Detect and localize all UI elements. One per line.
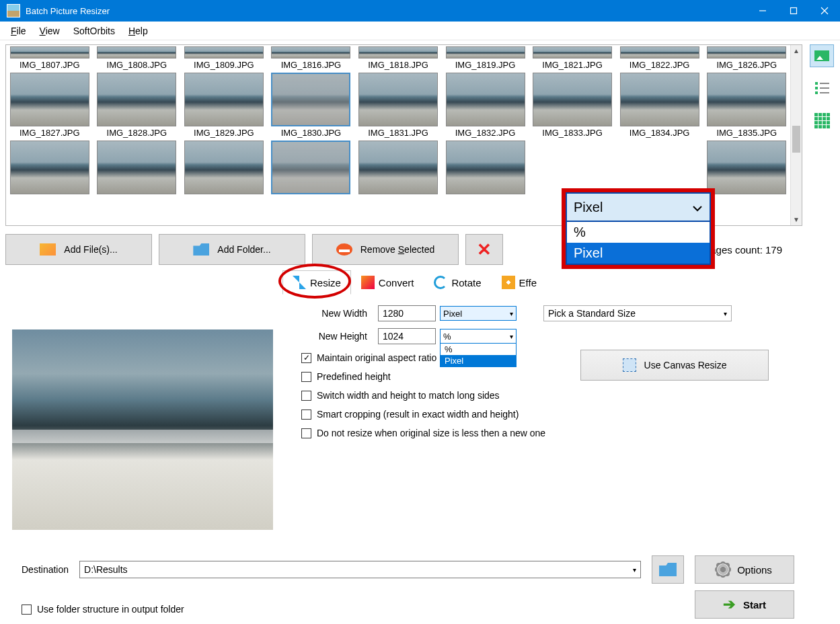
thumbnail-image[interactable] (707, 46, 786, 58)
new-width-label: New Width (287, 308, 367, 319)
view-thumbnails-button[interactable] (810, 44, 834, 67)
standard-size-label: Pick a Standard Size (548, 308, 636, 319)
thumbnail-scrollbar[interactable]: ▲ ▼ (790, 45, 802, 225)
folder-icon (193, 243, 209, 256)
scroll-down-icon[interactable]: ▼ (791, 214, 802, 225)
thumbnail-image[interactable] (707, 141, 786, 194)
width-unit-combo[interactable]: Pixel ▾ (440, 306, 517, 321)
thumbnail-image[interactable] (10, 73, 89, 126)
predefined-height-label: Predefined height (317, 371, 391, 382)
thumbnail-image[interactable] (271, 141, 350, 194)
menu-view[interactable]: View (33, 23, 67, 39)
scroll-up-icon[interactable]: ▲ (791, 45, 802, 56)
view-list-button[interactable] (810, 77, 834, 100)
thumbnail-image[interactable] (620, 73, 699, 126)
menu-softorbits[interactable]: SoftOrbits (67, 23, 122, 39)
use-canvas-resize-button[interactable]: Use Canvas Resize (580, 350, 769, 381)
thumbnail-image[interactable] (446, 141, 525, 194)
start-button[interactable]: ➔ Start (695, 590, 794, 619)
standard-size-combo[interactable]: Pick a Standard Size ▾ (543, 305, 732, 321)
zoom-option-percent[interactable]: % (567, 222, 710, 243)
checkbox-checked-icon: ✓ (301, 353, 311, 363)
checkbox-icon (301, 410, 311, 420)
tab-rotate-label: Rotate (451, 277, 481, 288)
add-files-button[interactable]: Add File(s)... (5, 234, 152, 265)
thumbnail-image[interactable] (10, 46, 89, 58)
thumbnail-image[interactable] (184, 46, 264, 58)
add-folder-label: Add Folder... (217, 244, 270, 255)
tab-rotate[interactable]: Rotate (424, 270, 491, 295)
checkbox-icon (22, 604, 32, 615)
chevron-down-icon: ▾ (510, 333, 513, 340)
checkbox-icon (301, 428, 311, 438)
unit-option-percent[interactable]: % (441, 344, 516, 355)
destination-value: D:\Results (84, 564, 128, 575)
effects-icon (502, 276, 515, 289)
browse-folder-button[interactable] (652, 555, 684, 584)
close-button[interactable] (809, 0, 840, 22)
remove-icon (336, 243, 352, 256)
thumbnail-image[interactable] (446, 46, 525, 58)
preview-image (12, 329, 273, 530)
tab-convert-label: Convert (379, 277, 414, 288)
view-grid-button[interactable] (810, 109, 834, 132)
thumbnail-label: IMG_1835.JPG (716, 128, 777, 138)
options-label: Options (737, 564, 772, 576)
thumbnail-image[interactable] (271, 46, 350, 58)
height-unit-combo[interactable]: % ▾ % Pixel (440, 329, 517, 344)
thumbnail-label: IMG_1821.JPG (542, 60, 603, 70)
thumbnail-image[interactable] (358, 73, 438, 126)
tab-convert[interactable]: Convert (351, 270, 424, 295)
zoom-option-pixel[interactable]: Pixel (567, 243, 710, 264)
thumbnail-image[interactable] (533, 73, 612, 126)
thumbnail-image[interactable] (97, 73, 176, 126)
unit-option-pixel[interactable]: Pixel (441, 355, 516, 366)
thumbnail-label: IMG_1832.JPG (455, 128, 516, 138)
use-folder-structure-label: Use folder structure in output folder (37, 604, 184, 615)
clear-all-button[interactable]: ✕ (465, 234, 503, 265)
tab-resize-label: Resize (310, 277, 341, 288)
maximize-button[interactable] (778, 0, 809, 22)
scrollbar-thumb[interactable] (792, 126, 800, 153)
new-height-label: New Height (287, 331, 367, 342)
zoom-combo-value: Pixel (574, 200, 603, 215)
thumbnail-image[interactable] (358, 46, 438, 58)
thumbnail-image[interactable] (358, 141, 438, 194)
menu-file[interactable]: File (4, 23, 33, 39)
thumbnail-label: IMG_1831.JPG (368, 128, 428, 138)
thumbnail-image[interactable] (446, 73, 525, 126)
new-height-input[interactable] (378, 328, 436, 344)
chevron-down-icon (692, 200, 703, 215)
add-folder-button[interactable]: Add Folder... (159, 234, 305, 265)
thumbnail-image[interactable] (97, 141, 176, 194)
thumbnail-label: IMG_1809.JPG (194, 60, 254, 70)
thumbnail-image[interactable] (707, 73, 786, 126)
app-icon (7, 4, 20, 17)
tab-effects[interactable]: Effe (492, 270, 547, 295)
use-folder-structure-checkbox[interactable]: Use folder structure in output folder (22, 604, 184, 615)
tab-resize[interactable]: Resize (282, 270, 351, 295)
menu-help[interactable]: Help (122, 23, 155, 39)
zoom-dropdown-list: % Pixel (566, 222, 711, 265)
thumbnail-image[interactable] (97, 46, 176, 58)
thumbnail-image[interactable] (184, 73, 264, 126)
maintain-aspect-label: Maintain original aspect ratio (317, 352, 436, 363)
thumbnail-image[interactable] (533, 46, 612, 58)
svg-rect-1 (791, 8, 797, 14)
switch-wh-checkbox[interactable]: Switch width and height to match long si… (301, 390, 802, 401)
new-width-input[interactable] (378, 305, 436, 321)
thumbnail-label: IMG_1829.JPG (194, 128, 254, 138)
thumbnail-image[interactable] (10, 141, 89, 194)
zoom-combo[interactable]: Pixel (566, 192, 711, 222)
do-not-resize-checkbox[interactable]: Do not resize when original size is less… (301, 428, 802, 438)
thumbnail-image-selected[interactable] (271, 73, 350, 126)
minimize-button[interactable] (747, 0, 778, 22)
destination-combo[interactable]: D:\Results ▾ (79, 561, 641, 578)
convert-icon (361, 276, 375, 289)
smart-crop-checkbox[interactable]: Smart cropping (result in exact width an… (301, 409, 802, 420)
options-button[interactable]: Options (695, 555, 794, 584)
remove-selected-button[interactable]: Remove Selected (312, 234, 459, 265)
thumbnail-image[interactable] (184, 141, 264, 194)
start-label: Start (743, 599, 766, 611)
thumbnail-image[interactable] (620, 46, 699, 58)
